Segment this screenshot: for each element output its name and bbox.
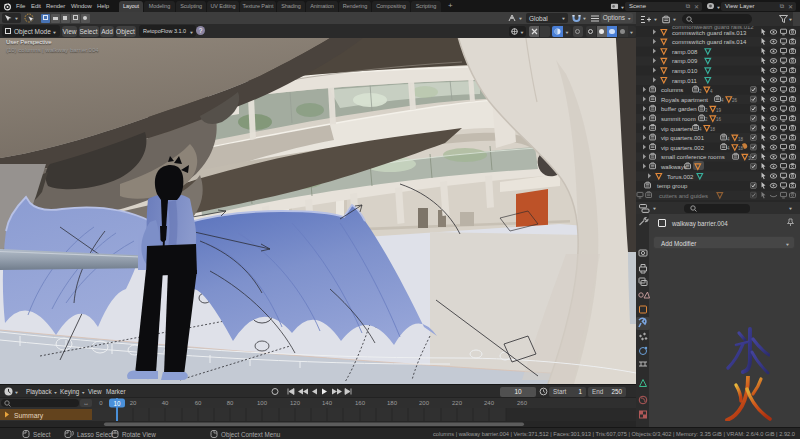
svg-text:vip quarters.001: vip quarters.001	[661, 135, 705, 141]
svg-text:80: 80	[227, 400, 234, 406]
svg-text:summit room: summit room	[661, 116, 696, 122]
svg-text:18: 18	[738, 137, 744, 142]
svg-text:temp group: temp group	[657, 183, 688, 189]
svg-text:200: 200	[419, 400, 430, 406]
svg-text:100: 100	[257, 400, 268, 406]
svg-text:20: 20	[130, 400, 137, 406]
svg-text:260: 260	[517, 400, 528, 406]
svg-text:240: 240	[484, 400, 495, 406]
svg-text:140: 140	[322, 400, 333, 406]
svg-text:ramp.010: ramp.010	[672, 68, 698, 74]
svg-text:commswitch guard rails.013: commswitch guard rails.013	[672, 30, 747, 36]
svg-text:10: 10	[113, 400, 121, 407]
svg-text:buffer garden: buffer garden	[661, 106, 697, 112]
svg-text:walkways: walkways	[660, 164, 687, 170]
svg-text:220: 220	[452, 400, 463, 406]
svg-text:commswitch guard rails.014: commswitch guard rails.014	[672, 39, 747, 45]
svg-text:60: 60	[195, 400, 202, 406]
svg-text:160: 160	[355, 400, 366, 406]
svg-text:26: 26	[732, 98, 738, 103]
svg-text:19: 19	[716, 108, 722, 113]
svg-text:ramp.011: ramp.011	[672, 78, 698, 84]
svg-text:ramp.008: ramp.008	[672, 49, 698, 55]
svg-text:18: 18	[738, 146, 744, 151]
svg-text:16: 16	[716, 117, 722, 122]
svg-text:Royals apartment: Royals apartment	[661, 97, 708, 103]
svg-text:18: 18	[710, 127, 716, 132]
svg-text:vip quarters.002: vip quarters.002	[661, 145, 705, 151]
svg-text:vip quarters: vip quarters	[661, 126, 692, 132]
svg-text:columns: columns	[661, 87, 683, 93]
svg-text:Summary: Summary	[14, 412, 44, 420]
svg-text:cutters and guides: cutters and guides	[659, 193, 708, 199]
svg-text:40: 40	[162, 400, 169, 406]
svg-text:180: 180	[387, 400, 398, 406]
svg-text:120: 120	[290, 400, 301, 406]
svg-text:small conference rooms: small conference rooms	[661, 154, 725, 160]
svg-text:Torus.002: Torus.002	[667, 174, 694, 180]
svg-text:ramp.009: ramp.009	[672, 58, 698, 64]
